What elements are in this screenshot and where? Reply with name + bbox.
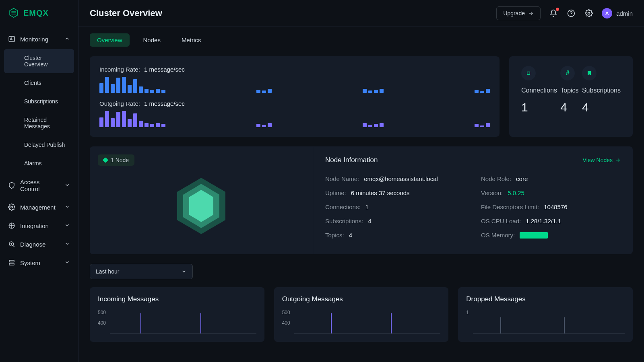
upgrade-button[interactable]: Upgrade	[496, 6, 541, 20]
sidebar-item-subscriptions[interactable]: Subscriptions	[4, 93, 74, 110]
svg-rect-16	[9, 260, 14, 262]
sidebar: EMQX Monitoring Cluster Overview Clients…	[0, 0, 78, 362]
chart-incoming-messages: Incoming Messages 500 400	[90, 287, 264, 342]
emqx-logo-icon	[8, 7, 19, 19]
integration-icon	[8, 222, 15, 229]
node-panel: 1 Node Node Information View Nodes	[90, 146, 633, 254]
rate-card: Incoming Rate: 1 message/sec Outgoing Ra…	[90, 56, 500, 137]
incoming-sparkline	[99, 76, 490, 93]
stat-connections: Connections 1	[521, 66, 557, 127]
settings-button[interactable]	[584, 8, 594, 18]
info-pair: OS CPU Load:1.28/1.32/1.1	[481, 218, 621, 224]
diagnose-icon	[8, 241, 15, 248]
brand-text: EMQX	[23, 8, 49, 18]
stat-topics: # Topics 4	[560, 66, 578, 127]
outgoing-rate-label: Outgoing Rate:	[99, 100, 140, 107]
info-pair: OS Memory:	[481, 232, 621, 239]
y-axis: 500 400	[98, 310, 106, 334]
info-pair: Uptime:6 minutes 37 seconds	[325, 189, 465, 196]
notifications-button[interactable]	[549, 8, 558, 18]
nav: Monitoring Cluster Overview Clients Subs…	[0, 26, 78, 272]
chart-dropped-messages: Dropped Messages 1	[458, 287, 633, 342]
monitoring-icon	[8, 35, 15, 43]
shield-icon	[8, 182, 15, 189]
nav-group-system[interactable]: System	[0, 253, 78, 272]
sidebar-item-clients[interactable]: Clients	[4, 74, 74, 92]
node-information: Node Information View Nodes Node Name:em…	[313, 146, 633, 254]
info-pair: Node Role:core	[481, 175, 621, 182]
info-pair: Subscriptions:4	[325, 218, 465, 224]
topics-icon: #	[560, 66, 575, 80]
chevron-down-icon	[64, 182, 70, 189]
svg-point-8	[11, 206, 13, 208]
y-axis: 1	[466, 310, 469, 334]
gear-icon	[8, 204, 15, 211]
chevron-down-icon	[64, 222, 70, 229]
nav-group-management[interactable]: Management	[0, 198, 78, 216]
svg-point-21	[588, 12, 590, 14]
node-count-badge: 1 Node	[98, 154, 134, 166]
tabs: Overview Nodes Metrics	[90, 33, 633, 47]
incoming-rate-label: Incoming Rate:	[99, 66, 140, 73]
sidebar-item-cluster-overview[interactable]: Cluster Overview	[4, 49, 74, 73]
stat-subscriptions: Subscriptions 4	[582, 66, 621, 127]
help-button[interactable]	[566, 8, 576, 18]
gear-icon	[585, 9, 593, 17]
info-pair: Node Name:emqx@homeassistant.local	[325, 175, 465, 182]
chart-outgoing-messages: Outgoing Messages 500 400	[274, 287, 449, 342]
tab-nodes[interactable]: Nodes	[136, 33, 168, 47]
charts-row: Incoming Messages 500 400 Outgoing Messa…	[90, 287, 633, 342]
arrow-right-icon	[615, 157, 621, 163]
incoming-rate-value: 1 message/sec	[144, 66, 185, 73]
y-axis: 500 400	[282, 310, 290, 334]
nav-group-access-control[interactable]: Access Control	[0, 173, 78, 198]
chevron-down-icon	[181, 269, 187, 274]
help-icon	[567, 9, 575, 17]
info-pair: Version:5.0.25	[481, 189, 621, 196]
notification-dot	[556, 8, 559, 11]
chart-area	[294, 310, 441, 334]
user-menu[interactable]: A admin	[602, 8, 633, 19]
topbar: Cluster Overview Upgrade A admin	[78, 0, 644, 27]
chart-area	[473, 310, 625, 334]
outgoing-rate-value: 1 message/sec	[144, 100, 185, 107]
content: Overview Nodes Metrics Incoming Rate: 1 …	[78, 27, 644, 362]
svg-rect-17	[9, 263, 14, 265]
avatar: A	[602, 8, 612, 19]
stats-card: Connections 1 # Topics 4 Subscriptions 4	[509, 56, 633, 137]
svg-line-13	[13, 245, 14, 247]
memory-bar	[520, 232, 548, 239]
node-info-title: Node Information	[325, 156, 378, 164]
node-hexagon-icon[interactable]	[173, 176, 229, 236]
node-visualization: 1 Node	[90, 146, 313, 254]
subscriptions-icon	[582, 66, 597, 80]
main: Cluster Overview Upgrade A admin	[78, 0, 644, 362]
info-pair: Topics:4	[325, 232, 465, 239]
chevron-down-icon	[64, 204, 70, 211]
tab-metrics[interactable]: Metrics	[174, 33, 208, 47]
tab-overview[interactable]: Overview	[90, 33, 130, 47]
svg-rect-22	[527, 72, 530, 75]
chevron-down-icon	[64, 259, 70, 266]
arrow-right-icon	[528, 10, 534, 16]
nav-group-diagnose[interactable]: Diagnose	[0, 235, 78, 253]
connections-icon	[521, 66, 536, 80]
outgoing-sparkline	[99, 110, 490, 127]
node-badge-dot-icon	[103, 157, 108, 163]
page-title: Cluster Overview	[90, 8, 162, 19]
info-pair: Connections:1	[325, 204, 465, 210]
time-range-select[interactable]: Last hour	[90, 264, 193, 279]
username: admin	[616, 10, 633, 17]
chevron-up-icon	[64, 36, 70, 43]
nav-group-monitoring[interactable]: Monitoring	[0, 30, 78, 48]
system-icon	[8, 259, 15, 266]
brand-logo[interactable]: EMQX	[0, 0, 78, 26]
chevron-down-icon	[64, 241, 70, 248]
view-nodes-link[interactable]: View Nodes	[583, 157, 621, 163]
sidebar-item-retained-messages[interactable]: Retained Messages	[4, 111, 74, 135]
sidebar-item-alarms[interactable]: Alarms	[4, 154, 74, 172]
nav-group-integration[interactable]: Integration	[0, 216, 78, 235]
chart-area	[110, 310, 256, 334]
sidebar-item-delayed-publish[interactable]: Delayed Publish	[4, 136, 74, 154]
info-pair: File Descriptors Limit:1048576	[481, 204, 621, 210]
